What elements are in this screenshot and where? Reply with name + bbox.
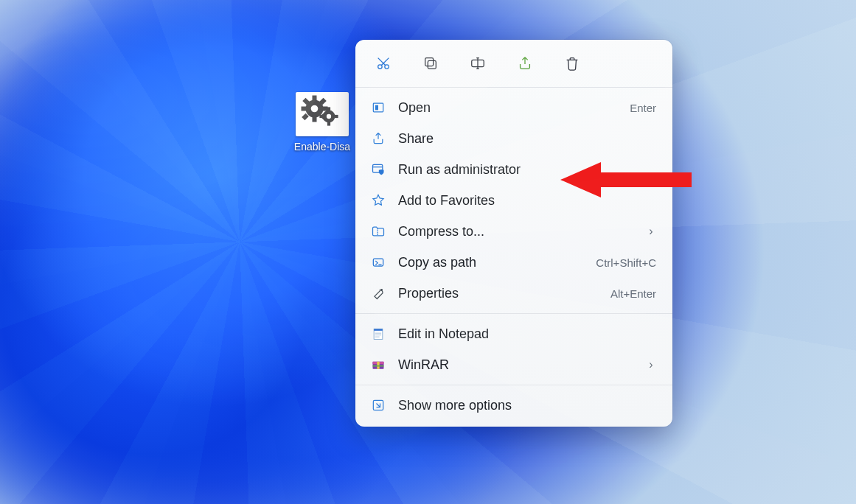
menu-item-notepad[interactable]: Edit in Notepad bbox=[355, 318, 672, 349]
menu-label: Add to Favorites bbox=[398, 193, 656, 209]
menu-hint: Enter bbox=[630, 102, 656, 114]
svg-point-15 bbox=[327, 114, 331, 119]
svg-rect-3 bbox=[302, 107, 308, 111]
notepad-icon bbox=[370, 326, 386, 342]
zip-folder-icon bbox=[370, 223, 386, 239]
scissors-icon bbox=[375, 55, 392, 71]
menu-label: Run as administrator bbox=[398, 162, 656, 178]
svg-rect-4 bbox=[321, 107, 328, 111]
file-icon-tile bbox=[296, 92, 349, 136]
wrench-icon bbox=[370, 285, 386, 301]
menu-item-more-options[interactable]: Show more options bbox=[355, 390, 672, 421]
menu-label: Properties bbox=[398, 286, 599, 301]
context-menu: Open Enter Share Run as administrator Ad… bbox=[355, 40, 672, 427]
chevron-right-icon: › bbox=[646, 358, 656, 371]
menu-label: WinRAR bbox=[398, 357, 634, 373]
rename-button[interactable] bbox=[464, 50, 491, 77]
menu-label: Compress to... bbox=[398, 224, 634, 239]
winrar-icon bbox=[370, 357, 386, 373]
svg-rect-14 bbox=[333, 115, 338, 118]
menu-item-open[interactable]: Open Enter bbox=[355, 92, 672, 123]
svg-rect-31 bbox=[373, 365, 384, 367]
svg-rect-27 bbox=[374, 329, 383, 331]
star-icon bbox=[370, 192, 386, 209]
copy-button[interactable] bbox=[417, 50, 444, 77]
svg-rect-13 bbox=[319, 115, 324, 118]
cut-button[interactable] bbox=[370, 50, 397, 77]
menu-item-copy-path[interactable]: Copy as path Ctrl+Shift+C bbox=[355, 247, 672, 278]
menu-item-run-admin[interactable]: Run as administrator bbox=[355, 154, 672, 185]
svg-rect-22 bbox=[375, 105, 378, 111]
share-tool-button[interactable] bbox=[512, 50, 538, 77]
chevron-right-icon: › bbox=[646, 225, 656, 238]
shield-window-icon bbox=[370, 161, 386, 178]
copy-icon bbox=[422, 55, 439, 71]
delete-button[interactable] bbox=[559, 50, 585, 77]
desktop-file-icon[interactable]: Enable-Disa bbox=[290, 92, 354, 153]
menu-label: Copy as path bbox=[398, 255, 584, 270]
desktop-file-label: Enable-Disa bbox=[290, 141, 354, 153]
menu-item-properties[interactable]: Properties Alt+Enter bbox=[355, 278, 672, 309]
more-options-icon bbox=[370, 397, 386, 413]
desktop-background: Enable-Disa Open Enter bbox=[0, 0, 856, 504]
menu-item-favorites[interactable]: Add to Favorites bbox=[355, 185, 672, 216]
svg-rect-18 bbox=[428, 60, 436, 69]
gear-icon bbox=[296, 92, 349, 136]
svg-rect-19 bbox=[425, 58, 434, 66]
svg-point-9 bbox=[311, 105, 319, 113]
menu-label: Show more options bbox=[398, 398, 656, 413]
menu-hint: Ctrl+Shift+C bbox=[596, 256, 656, 269]
menu-item-share[interactable]: Share bbox=[355, 123, 672, 154]
svg-rect-2 bbox=[313, 116, 317, 122]
menu-label: Share bbox=[398, 131, 656, 147]
rename-icon bbox=[470, 55, 486, 71]
trash-icon bbox=[564, 55, 580, 71]
context-toolbar bbox=[355, 40, 672, 84]
menu-label: Open bbox=[398, 100, 618, 116]
svg-point-17 bbox=[385, 65, 389, 69]
share-tool-icon bbox=[517, 55, 533, 71]
menu-item-compress[interactable]: Compress to... › bbox=[355, 216, 672, 247]
copy-path-icon bbox=[370, 254, 386, 270]
svg-rect-12 bbox=[327, 121, 330, 125]
share-icon bbox=[370, 130, 386, 147]
menu-item-winrar[interactable]: WinRAR › bbox=[355, 349, 672, 380]
svg-point-25 bbox=[381, 290, 383, 291]
menu-hint: Alt+Enter bbox=[610, 287, 656, 300]
menu-label: Edit in Notepad bbox=[398, 326, 656, 342]
svg-rect-1 bbox=[313, 96, 317, 102]
svg-rect-11 bbox=[327, 107, 330, 111]
open-icon bbox=[370, 99, 386, 116]
svg-point-16 bbox=[378, 65, 383, 69]
